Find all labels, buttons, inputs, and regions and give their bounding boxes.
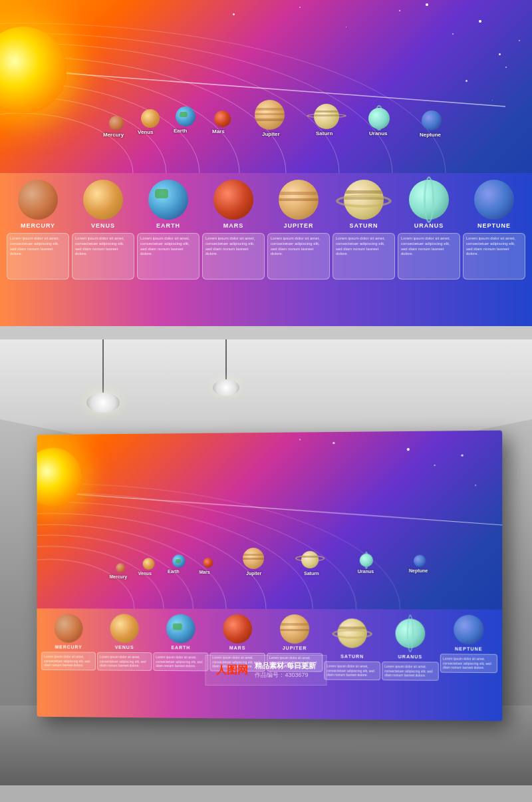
board-uranus-icon-wrapper [396,614,426,652]
mars-card: MARS Lorem ipsum dolor sit amet, consect… [201,180,266,280]
board-venus-planet-desc: Lorem ipsum dolor sit amet, consectetuer… [97,652,152,671]
lamp-center-left [213,339,239,396]
venus-desc: Lorem ipsum dolor sit amet, consectetuer… [72,233,134,280]
mercury-icon [18,180,58,220]
board-uranus [360,554,373,567]
board-earth [172,554,186,568]
board-mercury-planet-desc: Lorem ipsum dolor sit amet, consectetuer… [41,652,96,670]
mars-icon [213,180,253,220]
board-neptune-label: Neptune [409,568,428,573]
board-saturn [301,551,319,568]
venus-name: VENUS [91,222,115,229]
uranus-orbit-label: Uranus [369,130,388,136]
earth-icon [148,180,188,220]
board-uranus-label: Uranus [358,569,374,574]
jupiter-orbit-label: Jupiter [262,131,280,137]
board-uranus-planet-desc: Lorem ipsum dolor sit amet, consectetuer… [382,662,439,680]
svg-point-10 [37,546,164,609]
mercury-orbit [109,116,124,130]
board-orbital-svg [37,431,502,610]
neptune-icon [474,180,514,220]
board-earth-planet-desc: Lorem ipsum dolor sit amet, consectetuer… [153,652,208,671]
mars-orbit [214,110,231,127]
saturn-icon-wrapper [344,180,384,220]
saturn-orbit-label: Saturn [316,130,332,136]
saturn-name: SATURN [350,222,378,229]
board-venus [143,558,155,570]
board-saturn-planet-name: SATURN [340,654,364,659]
board-jupiter [243,548,264,569]
board-mars-label: Mars [200,570,210,574]
mercury-name: MERCURY [21,222,55,229]
neptune-orbit-label: Neptune [420,132,441,138]
lamp-left [86,339,120,413]
neptune-orbit [422,110,442,130]
saturn-card: SATURN Lorem ipsum dolor sit amet, conse… [331,180,396,280]
board-mercury-label: Mercury [110,574,128,579]
mars-name: MARS [223,222,244,229]
bottom-panel: Mercury Venus Earth Mars Jupiter [0,339,532,785]
mars-desc: Lorem ipsum dolor sit amet, consectetuer… [202,233,265,280]
board-mercury-planet-name: MERCURY [55,645,82,650]
board-saturn-label: Saturn [304,571,319,576]
jupiter-icon [279,180,319,220]
board-neptune [414,555,426,567]
jupiter-desc: Lorem ipsum dolor sit amet, consectetuer… [267,233,330,280]
board-venus-card: VENUS Lorem ipsum dolor sit amet, consec… [96,614,152,670]
svg-line-17 [50,490,502,526]
planet-info-section: MERCURY Lorem ipsum dolor sit amet, cons… [0,173,532,326]
board-jupiter-planet-icon [280,614,309,644]
board-jupiter-planet-name: JUPITER [283,646,307,650]
uranus-desc: Lorem ipsum dolor sit amet, consectetuer… [398,233,460,280]
board-mars-planet-icon [223,614,252,644]
uranus-icon-wrapper [409,180,449,220]
board-neptune-planet-name: NEPTUNE [455,646,483,651]
jupiter-name: JUPITER [283,222,313,229]
board-earth-planet-icon [166,614,195,644]
svg-point-7 [0,23,446,173]
board-venus-planet-icon [110,614,139,643]
venus-orbit-label: Venus [138,129,154,135]
saturn-orbit [314,104,339,129]
mars-orbit-label: Mars [212,128,225,134]
board-earth-planet-name: EARTH [171,645,190,650]
board-saturn-icon-wrapper [337,614,366,652]
mercury-card: MERCURY Lorem ipsum dolor sit amet, cons… [5,180,70,280]
earth-name: EARTH [156,222,180,229]
board-earth-card: EARTH Lorem ipsum dolor sit amet, consec… [152,614,209,671]
uranus-orbit [368,108,390,129]
board-mars-planet-name: MARS [229,646,246,650]
neptune-desc: Lorem ipsum dolor sit amet, consectetuer… [463,233,525,280]
saturn-desc: Lorem ipsum dolor sit amet, consectetuer… [332,233,395,280]
board-mercury-card: MERCURY Lorem ipsum dolor sit amet, cons… [41,614,96,670]
board-uranus-card: URANUS Lorem ipsum dolor sit amet, conse… [381,614,440,680]
venus-icon [83,180,123,220]
venus-orbit [141,109,160,128]
board-neptune-planet-desc: Lorem ipsum dolor sit amet, consectetuer… [440,654,497,672]
jupiter-orbit [255,100,285,130]
board-jupiter-label: Jupiter [246,571,261,576]
uranus-name: URANUS [414,222,444,229]
board-venus-label: Venus [138,571,152,576]
venus-card: VENUS Lorem ipsum dolor sit amet, consec… [70,180,136,280]
board-mars [203,558,213,568]
mercury-desc: Lorem ipsum dolor sit amet, consectetuer… [7,233,69,280]
earth-orbit-label: Earth [174,128,187,134]
orbital-lines-svg [0,0,532,173]
uranus-card: URANUS Lorem ipsum dolor sit amet, conse… [396,180,462,280]
svg-point-16 [37,482,400,610]
watermark-info: 精品素材·每日更新 作品编号：4303679 [255,661,315,680]
board-earth-label: Earth [168,569,180,574]
earth-orbit [176,106,196,126]
earth-card: EARTH Lorem ipsum dolor sit amet, consec… [136,180,201,280]
panel-divider [0,326,532,339]
board-uranus-planet-name: URANUS [398,654,423,659]
board-saturn-planet-desc: Lorem ipsum dolor sit amet, consectetuer… [324,661,380,680]
board-mercury [116,563,125,572]
board-saturn-card: SATURN Lorem ipsum dolor sit amet, conse… [323,614,381,680]
mercury-orbit-label: Mercury [103,132,124,138]
board-venus-planet-name: VENUS [115,645,134,650]
board-mercury-planet-icon [55,614,83,643]
watermark: 人图网 精品素材·每日更新 作品编号：4303679 [205,655,327,686]
top-panel: Mercury Venus Earth Mars Jupiter Saturn … [0,0,532,326]
